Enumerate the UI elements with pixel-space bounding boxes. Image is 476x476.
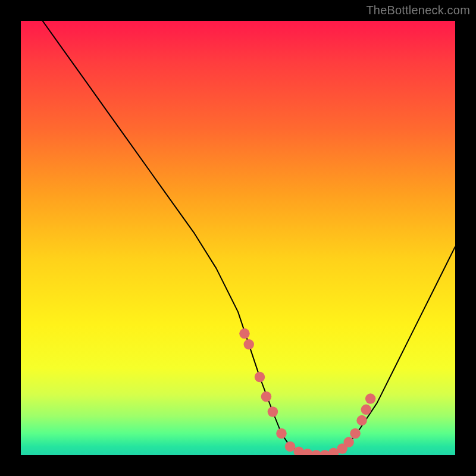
marker-dot [255,372,265,383]
marker-dot [285,441,296,452]
bottleneck-curve-chart [21,21,455,455]
marker-dot [365,393,376,404]
marker-dot [261,392,272,402]
curve-bottleneck-curve [43,21,456,455]
marker-dot [343,437,354,447]
plot-area [21,21,455,455]
chart-frame: TheBottleneck.com [0,0,476,476]
marker-dot [356,415,367,426]
watermark-text: TheBottleneck.com [366,4,470,17]
marker-dot [239,328,250,339]
marker-dot [268,406,278,417]
marker-dot [243,339,254,350]
marker-dot [361,405,372,415]
marker-dot [350,428,361,439]
marker-dot [276,428,287,439]
